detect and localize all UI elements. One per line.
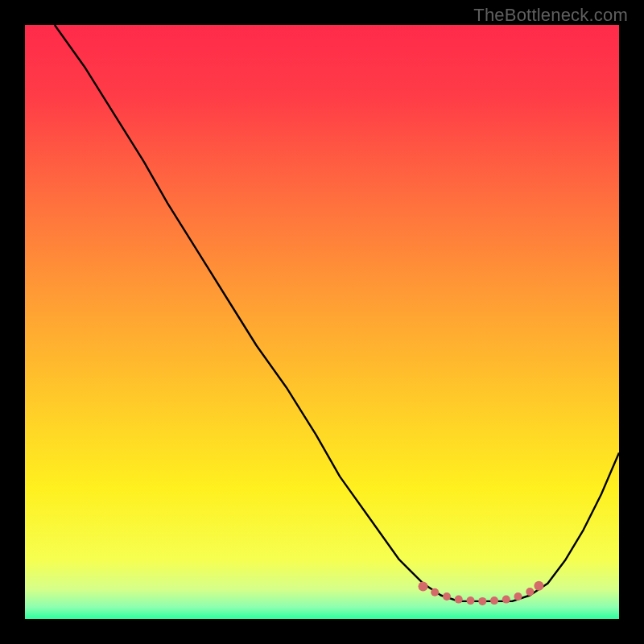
optimal-marker bbox=[478, 597, 486, 605]
optimal-marker bbox=[490, 597, 498, 605]
optimal-marker bbox=[443, 592, 451, 601]
optimal-marker bbox=[534, 581, 543, 591]
optimal-marker bbox=[467, 597, 475, 605]
optimal-marker bbox=[419, 581, 428, 591]
optimal-marker bbox=[514, 592, 522, 601]
chart-container: TheBottleneck.com bbox=[0, 0, 644, 644]
bottleneck-curve bbox=[55, 25, 619, 601]
optimal-marker bbox=[431, 588, 439, 597]
plot-area bbox=[25, 25, 619, 619]
marker-group bbox=[419, 581, 544, 605]
optimal-marker bbox=[455, 596, 463, 604]
optimal-marker bbox=[526, 588, 534, 596]
optimal-marker bbox=[502, 596, 510, 604]
curve-overlay bbox=[25, 25, 619, 619]
watermark-text: TheBottleneck.com bbox=[473, 5, 628, 26]
